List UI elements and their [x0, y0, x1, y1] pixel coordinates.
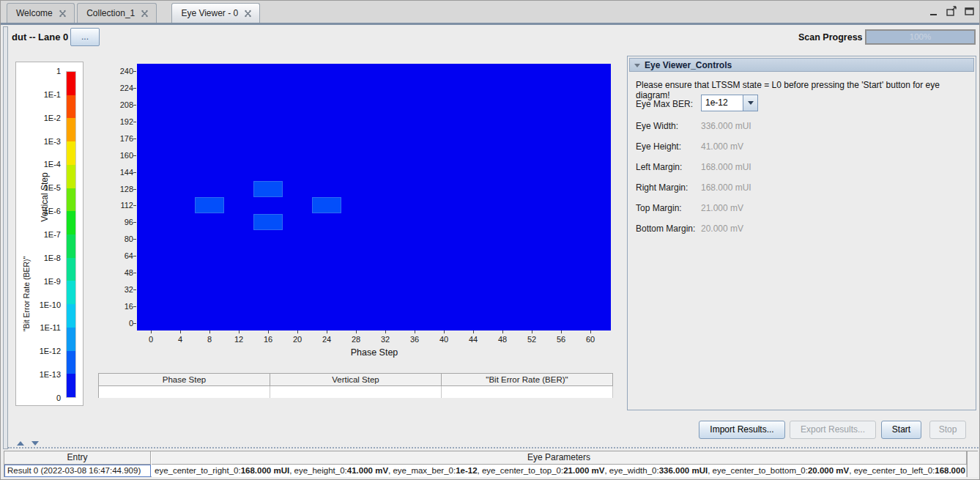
- y-tick-mark: [133, 323, 136, 324]
- field-label: Right Margin:: [636, 182, 688, 193]
- tab-label: Welcome: [16, 8, 53, 18]
- x-tick-mark: [590, 331, 591, 333]
- x-tick-label: 16: [257, 335, 279, 344]
- eye-max-ber-label: Eye Max BER:: [636, 99, 693, 109]
- minimize-icon[interactable]: [929, 6, 940, 17]
- colorbar-tick-label: 1E-1: [23, 90, 61, 99]
- hover-table-header: Phase Step: [99, 374, 270, 386]
- x-tick-label: 56: [550, 335, 572, 344]
- y-tick-label: 240: [101, 67, 133, 75]
- colorbar-tick-label: 1E-9: [23, 277, 61, 286]
- colorbar-segment: [67, 95, 75, 119]
- field-label: Bottom Margin:: [636, 224, 695, 234]
- field-value: 41.000 mV: [701, 141, 743, 152]
- float-window-icon[interactable]: [946, 6, 957, 17]
- x-tick-mark: [415, 331, 415, 333]
- y-tick-label: 48: [101, 268, 133, 277]
- field-label: Eye Height:: [636, 141, 681, 152]
- ber-hot-cell-p24-v112: [312, 197, 341, 213]
- close-icon[interactable]: [59, 10, 67, 18]
- colorbar-segment: [67, 328, 75, 351]
- table-scroll-column: [967, 451, 978, 477]
- results-table: Entry Eye Parameters Result 0 (2022-03-0…: [4, 451, 978, 477]
- result-entry-cell[interactable]: Result 0 (2022-03-08 16:47:44.909): [4, 465, 151, 477]
- colorbar-segment: [67, 258, 75, 281]
- y-tick-mark: [133, 155, 136, 156]
- eye-max-ber-combobox[interactable]: 1e-12: [701, 95, 758, 111]
- tab-label: Collection_1: [86, 8, 135, 18]
- y-tick-label: 96: [101, 218, 133, 226]
- y-tick-mark: [133, 306, 136, 307]
- colorbar-segment: [67, 188, 75, 212]
- colorbar-segment: [67, 281, 75, 304]
- y-tick-mark: [133, 122, 136, 122]
- stop-button: Stop: [929, 421, 966, 439]
- x-tick-mark: [532, 331, 532, 333]
- chevron-down-icon: [748, 101, 754, 105]
- colorbar-segment: [67, 374, 75, 397]
- result-parameters-cell[interactable]: eye_center_to_right_0:168.000 mUI, eye_h…: [152, 465, 967, 477]
- x-tick-label: 60: [579, 335, 601, 344]
- x-tick-mark: [444, 331, 445, 333]
- x-tick-mark: [151, 331, 152, 333]
- combobox-dropdown-button[interactable]: [743, 95, 757, 111]
- hover-table-cell: [99, 386, 270, 398]
- y-tick-label: 176: [101, 134, 133, 143]
- colorbar-segment: [67, 304, 75, 328]
- x-tick-label: 32: [374, 335, 396, 344]
- x-tick-mark: [327, 331, 327, 333]
- close-icon[interactable]: [141, 10, 149, 18]
- tab-welcome[interactable]: Welcome: [7, 3, 75, 23]
- lane-select-button[interactable]: ...: [70, 28, 100, 46]
- close-icon[interactable]: [244, 10, 252, 18]
- colorbar-segment: [67, 351, 75, 374]
- tab-eye-viewer-0[interactable]: Eye Viewer - 0: [171, 3, 260, 23]
- y-tick-mark: [133, 189, 136, 190]
- ber-hot-cell-p16-v96: [253, 214, 283, 230]
- eye-diagram-canvas[interactable]: [137, 64, 611, 331]
- y-tick-mark: [133, 222, 136, 223]
- field-label: Left Margin:: [636, 162, 682, 172]
- sash-expand-icon[interactable]: [17, 441, 24, 446]
- x-tick-label: 28: [345, 335, 367, 344]
- x-tick-mark: [561, 331, 562, 333]
- controls-panel-header[interactable]: Eye Viewer_Controls: [629, 58, 974, 72]
- scan-progress-label: Scan Progress: [798, 32, 863, 43]
- y-tick-label: 0: [101, 319, 133, 328]
- eye-viewer-window: WelcomeCollection_1Eye Viewer - 0 dut --…: [0, 0, 980, 480]
- hover-table-cell: [442, 386, 613, 398]
- y-tick-mark: [133, 256, 136, 256]
- colorbar-segment: [67, 235, 75, 258]
- field-value: 168.000 mUI: [701, 182, 751, 193]
- hover-table-header: "Bit Error Rate (BER)": [442, 374, 613, 386]
- field-value: 21.000 mV: [701, 203, 743, 213]
- hover-table-header: Vertical Step: [270, 374, 442, 386]
- y-tick-mark: [133, 289, 136, 290]
- y-tick-label: 32: [101, 285, 133, 294]
- x-axis-title: Phase Step: [316, 347, 433, 358]
- field-label: Eye Width:: [636, 121, 678, 131]
- x-tick-mark: [473, 331, 474, 333]
- start-button[interactable]: Start: [881, 421, 921, 439]
- collapse-triangle-icon: [634, 64, 640, 67]
- y-tick-mark: [133, 172, 136, 173]
- colorbar-tick-label: 1E-12: [23, 347, 61, 355]
- x-tick-label: 4: [169, 335, 191, 344]
- sash-collapse-icon[interactable]: [31, 441, 39, 446]
- export-results-button: Export Results...: [790, 421, 876, 439]
- colorbar-segment: [67, 118, 75, 141]
- hover-table-cell: [270, 386, 442, 398]
- y-tick-mark: [133, 273, 136, 273]
- import-results-button[interactable]: Import Results...: [699, 421, 785, 439]
- y-tick-mark: [133, 105, 136, 106]
- field-value: 20.000 mV: [701, 224, 743, 234]
- window-controls: [929, 6, 975, 17]
- maximize-icon[interactable]: [964, 6, 975, 17]
- y-tick-label: 16: [101, 302, 133, 311]
- tab-collection-1[interactable]: Collection_1: [77, 3, 157, 23]
- x-tick-label: 20: [286, 335, 308, 344]
- colorbar-tick-label: 1E-2: [23, 114, 61, 122]
- eye-parameters-column-header: Eye Parameters: [152, 451, 967, 465]
- y-tick-label: 224: [101, 84, 133, 92]
- y-tick-label: 112: [101, 201, 133, 210]
